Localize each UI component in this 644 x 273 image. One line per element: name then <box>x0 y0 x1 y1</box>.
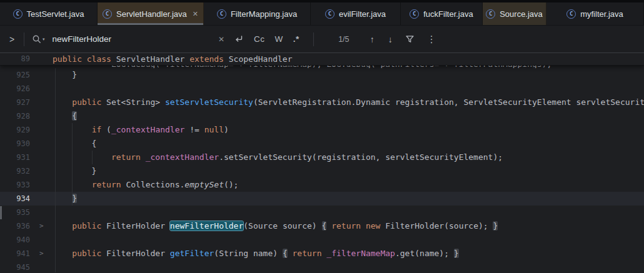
code-text <box>53 233 644 247</box>
expand-find-panel-button[interactable]: > <box>0 34 24 44</box>
more-options-icon[interactable]: ⋮ <box>427 34 436 45</box>
fold-gutter <box>30 68 53 82</box>
tab-source-java[interactable]: CSource.java <box>483 2 546 25</box>
code-line[interactable]: 935 <box>0 206 644 219</box>
clear-search-icon[interactable]: ✕ <box>218 35 224 44</box>
code-line[interactable]: 932 } <box>0 164 644 178</box>
sticky-line-header[interactable]: 89public class ServletHandler extends Sc… <box>0 53 644 66</box>
indent-guide <box>72 123 73 206</box>
code-line[interactable]: 934 } <box>0 192 644 206</box>
tab-myfilter-java[interactable]: Cmyfilter.java <box>546 2 644 25</box>
tab-label: TestServlet.java <box>27 9 84 19</box>
code-line[interactable]: 940 <box>0 233 644 247</box>
fold-gutter <box>30 233 53 247</box>
code-line[interactable]: 926 <box>0 82 644 96</box>
fold-gutter <box>30 82 53 96</box>
tab-label: ServletHandler.java <box>116 9 187 19</box>
search-icon[interactable]: ▾ <box>32 34 45 44</box>
fold-gutter <box>30 53 53 65</box>
line-number: 940 <box>0 233 30 247</box>
class-icon: C <box>486 9 495 19</box>
code-line[interactable]: 945 <box>0 261 644 272</box>
code-text: } <box>53 192 644 206</box>
left-edge-marker <box>0 206 2 219</box>
class-icon: C <box>103 9 112 19</box>
code-line[interactable]: 933 return Collections.emptySet(); <box>0 178 644 192</box>
tab-filtermapping-java[interactable]: CFilterMapping.java <box>204 2 311 25</box>
code-line[interactable]: 930 { <box>0 137 644 151</box>
code-text: { <box>53 109 644 123</box>
line-number: 931 <box>0 151 30 164</box>
regex-toggle[interactable]: .* <box>293 34 299 44</box>
divider <box>313 32 314 46</box>
tab-evilfilter-java[interactable]: CevilFilter.java <box>311 2 401 25</box>
close-tab-icon[interactable]: ✕ <box>193 11 198 17</box>
code-line[interactable]: 925 } <box>0 68 644 82</box>
fold-gutter <box>30 192 53 206</box>
line-number: 927 <box>0 96 30 109</box>
code-line[interactable]: 941> public FilterHolder getFilter(Strin… <box>0 247 644 261</box>
match-case-toggle[interactable]: Cc <box>254 34 265 44</box>
line-number: 89 <box>0 53 30 65</box>
tab-testservlet-java[interactable]: CTestServlet.java <box>0 2 98 25</box>
line-number: 941 <box>0 247 30 261</box>
line-number: 926 <box>0 82 30 96</box>
code-text: public FilterHolder newFilterHolder(Sour… <box>53 219 644 233</box>
tab-label: myfilter.java <box>580 9 623 19</box>
tab-label: evilFilter.java <box>339 9 386 19</box>
line-number: 930 <box>0 137 30 151</box>
code-line[interactable]: 928 { <box>0 109 644 123</box>
tab-servlethandler-java[interactable]: CServletHandler.java✕ <box>98 2 204 25</box>
code-editor[interactable]: LOG.debug("filterNameMap="+_filterNameMa… <box>0 53 644 272</box>
code-text: return _contextHandler.setServletSecurit… <box>53 151 644 164</box>
fold-gutter <box>30 164 53 178</box>
tab-label: Source.java <box>500 9 543 19</box>
whole-words-toggle[interactable]: W <box>275 34 283 44</box>
code-text: return Collections.emptySet(); <box>53 178 644 192</box>
code-line[interactable]: 931 return _contextHandler.setServletSec… <box>0 151 644 164</box>
line-number: 933 <box>0 178 30 192</box>
fold-gutter <box>30 96 53 109</box>
line-number: 932 <box>0 164 30 178</box>
code-line[interactable]: 927 public Set<String> setServletSecurit… <box>0 96 644 109</box>
code-text <box>53 261 644 272</box>
line-number: 925 <box>0 68 30 82</box>
code-text: public Set<String> setServletSecurity(Se… <box>53 96 644 109</box>
code-text: public FilterHolder getFilter(String nam… <box>53 247 644 261</box>
find-toolbar: > ▾ newFilterHolder ✕ Cc W .* 1/5 ↑ ↓ <box>0 26 644 53</box>
code-line[interactable]: 929 if (_contextHandler != null) <box>0 123 644 137</box>
line-number: 934 <box>0 192 30 206</box>
indent-guide <box>92 151 93 164</box>
fold-gutter <box>30 178 53 192</box>
fold-gutter <box>30 206 53 219</box>
code-text: if (_contextHandler != null) <box>53 123 644 137</box>
search-history-caret-icon[interactable]: ▾ <box>43 37 45 42</box>
fold-arrow-icon[interactable]: > <box>30 247 53 261</box>
sticky-code-line[interactable]: 89public class ServletHandler extends Sc… <box>0 53 644 65</box>
line-number: 935 <box>0 206 30 219</box>
previous-match-button[interactable]: ↑ <box>370 34 375 44</box>
insert-newline-icon[interactable] <box>233 34 244 44</box>
fold-arrow-icon[interactable]: > <box>30 219 53 233</box>
line-number: 936 <box>0 219 30 233</box>
next-match-button[interactable]: ↓ <box>388 34 393 44</box>
filter-search-results-icon[interactable] <box>405 34 415 44</box>
fold-gutter <box>30 151 53 164</box>
line-number: 928 <box>0 109 30 123</box>
class-icon: C <box>325 9 335 19</box>
class-icon: C <box>410 9 419 19</box>
class-icon: C <box>13 9 23 19</box>
line-number: 929 <box>0 123 30 137</box>
code-text: { <box>53 137 644 151</box>
tab-fuckfilter-java[interactable]: CfuckFilter.java <box>401 2 483 25</box>
code-text <box>53 82 644 96</box>
fold-gutter <box>30 261 53 272</box>
line-number: 945 <box>0 261 30 272</box>
search-field[interactable]: ▾ newFilterHolder <box>24 34 218 44</box>
code-line[interactable]: 936> public FilterHolder newFilterHolder… <box>0 219 644 233</box>
fold-gutter <box>30 123 53 137</box>
tab-label: fuckFilter.java <box>423 9 473 19</box>
fold-gutter <box>30 109 53 123</box>
search-input[interactable]: newFilterHolder <box>53 34 218 44</box>
code-text <box>53 206 644 219</box>
